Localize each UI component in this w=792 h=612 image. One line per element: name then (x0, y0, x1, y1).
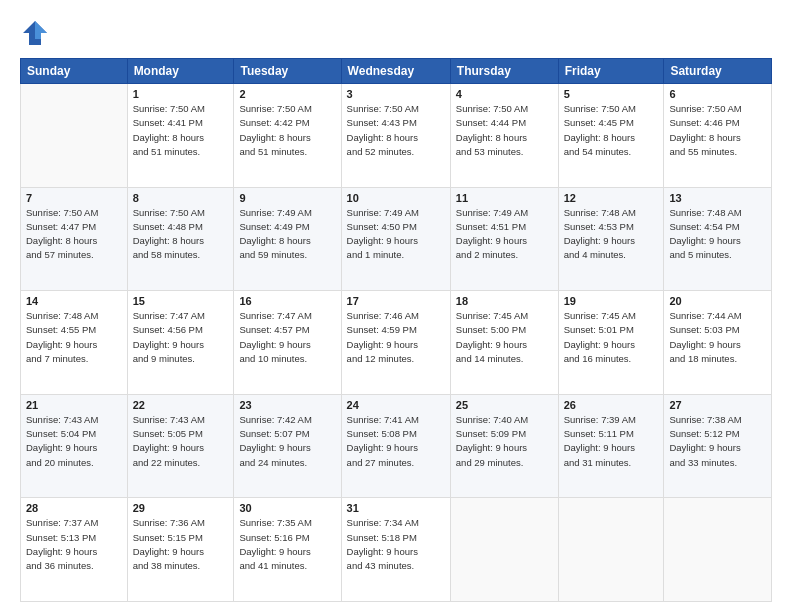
day-number: 28 (26, 502, 122, 514)
cell-2-3: 9Sunrise: 7:49 AMSunset: 4:49 PMDaylight… (234, 187, 341, 291)
day-number: 2 (239, 88, 335, 100)
cell-2-7: 13Sunrise: 7:48 AMSunset: 4:54 PMDayligh… (664, 187, 772, 291)
day-number: 16 (239, 295, 335, 307)
svg-marker-1 (35, 21, 47, 39)
cell-4-4: 24Sunrise: 7:41 AMSunset: 5:08 PMDayligh… (341, 394, 450, 498)
logo (20, 18, 54, 48)
week-row-5: 28Sunrise: 7:37 AMSunset: 5:13 PMDayligh… (21, 498, 772, 602)
day-detail: Sunrise: 7:39 AMSunset: 5:11 PMDaylight:… (564, 413, 659, 470)
logo-icon (20, 18, 50, 48)
col-header-sunday: Sunday (21, 59, 128, 84)
day-detail: Sunrise: 7:47 AMSunset: 4:57 PMDaylight:… (239, 309, 335, 366)
day-number: 10 (347, 192, 445, 204)
week-row-4: 21Sunrise: 7:43 AMSunset: 5:04 PMDayligh… (21, 394, 772, 498)
cell-5-2: 29Sunrise: 7:36 AMSunset: 5:15 PMDayligh… (127, 498, 234, 602)
day-detail: Sunrise: 7:48 AMSunset: 4:55 PMDaylight:… (26, 309, 122, 366)
cell-5-7 (664, 498, 772, 602)
cell-2-4: 10Sunrise: 7:49 AMSunset: 4:50 PMDayligh… (341, 187, 450, 291)
day-detail: Sunrise: 7:50 AMSunset: 4:47 PMDaylight:… (26, 206, 122, 263)
day-number: 15 (133, 295, 229, 307)
day-detail: Sunrise: 7:48 AMSunset: 4:53 PMDaylight:… (564, 206, 659, 263)
cell-3-4: 17Sunrise: 7:46 AMSunset: 4:59 PMDayligh… (341, 291, 450, 395)
cell-3-7: 20Sunrise: 7:44 AMSunset: 5:03 PMDayligh… (664, 291, 772, 395)
cell-1-7: 6Sunrise: 7:50 AMSunset: 4:46 PMDaylight… (664, 84, 772, 188)
day-number: 9 (239, 192, 335, 204)
cell-1-3: 2Sunrise: 7:50 AMSunset: 4:42 PMDaylight… (234, 84, 341, 188)
calendar-table: SundayMondayTuesdayWednesdayThursdayFrid… (20, 58, 772, 602)
col-header-saturday: Saturday (664, 59, 772, 84)
day-number: 8 (133, 192, 229, 204)
cell-1-4: 3Sunrise: 7:50 AMSunset: 4:43 PMDaylight… (341, 84, 450, 188)
cell-2-2: 8Sunrise: 7:50 AMSunset: 4:48 PMDaylight… (127, 187, 234, 291)
cell-4-5: 25Sunrise: 7:40 AMSunset: 5:09 PMDayligh… (450, 394, 558, 498)
day-detail: Sunrise: 7:41 AMSunset: 5:08 PMDaylight:… (347, 413, 445, 470)
col-header-wednesday: Wednesday (341, 59, 450, 84)
cell-3-1: 14Sunrise: 7:48 AMSunset: 4:55 PMDayligh… (21, 291, 128, 395)
day-number: 22 (133, 399, 229, 411)
day-detail: Sunrise: 7:49 AMSunset: 4:49 PMDaylight:… (239, 206, 335, 263)
day-number: 7 (26, 192, 122, 204)
cell-4-6: 26Sunrise: 7:39 AMSunset: 5:11 PMDayligh… (558, 394, 664, 498)
day-detail: Sunrise: 7:43 AMSunset: 5:05 PMDaylight:… (133, 413, 229, 470)
day-detail: Sunrise: 7:35 AMSunset: 5:16 PMDaylight:… (239, 516, 335, 573)
page: SundayMondayTuesdayWednesdayThursdayFrid… (0, 0, 792, 612)
cell-4-1: 21Sunrise: 7:43 AMSunset: 5:04 PMDayligh… (21, 394, 128, 498)
header-row: SundayMondayTuesdayWednesdayThursdayFrid… (21, 59, 772, 84)
day-detail: Sunrise: 7:36 AMSunset: 5:15 PMDaylight:… (133, 516, 229, 573)
day-detail: Sunrise: 7:50 AMSunset: 4:48 PMDaylight:… (133, 206, 229, 263)
cell-3-2: 15Sunrise: 7:47 AMSunset: 4:56 PMDayligh… (127, 291, 234, 395)
day-number: 12 (564, 192, 659, 204)
day-number: 29 (133, 502, 229, 514)
cell-2-5: 11Sunrise: 7:49 AMSunset: 4:51 PMDayligh… (450, 187, 558, 291)
cell-3-5: 18Sunrise: 7:45 AMSunset: 5:00 PMDayligh… (450, 291, 558, 395)
header (20, 18, 772, 48)
day-number: 14 (26, 295, 122, 307)
cell-5-1: 28Sunrise: 7:37 AMSunset: 5:13 PMDayligh… (21, 498, 128, 602)
day-detail: Sunrise: 7:38 AMSunset: 5:12 PMDaylight:… (669, 413, 766, 470)
day-detail: Sunrise: 7:48 AMSunset: 4:54 PMDaylight:… (669, 206, 766, 263)
day-detail: Sunrise: 7:49 AMSunset: 4:51 PMDaylight:… (456, 206, 553, 263)
cell-3-6: 19Sunrise: 7:45 AMSunset: 5:01 PMDayligh… (558, 291, 664, 395)
day-number: 26 (564, 399, 659, 411)
day-number: 11 (456, 192, 553, 204)
day-number: 24 (347, 399, 445, 411)
day-number: 19 (564, 295, 659, 307)
day-detail: Sunrise: 7:46 AMSunset: 4:59 PMDaylight:… (347, 309, 445, 366)
cell-1-5: 4Sunrise: 7:50 AMSunset: 4:44 PMDaylight… (450, 84, 558, 188)
day-detail: Sunrise: 7:43 AMSunset: 5:04 PMDaylight:… (26, 413, 122, 470)
cell-5-3: 30Sunrise: 7:35 AMSunset: 5:16 PMDayligh… (234, 498, 341, 602)
cell-4-2: 22Sunrise: 7:43 AMSunset: 5:05 PMDayligh… (127, 394, 234, 498)
day-detail: Sunrise: 7:50 AMSunset: 4:42 PMDaylight:… (239, 102, 335, 159)
cell-1-2: 1Sunrise: 7:50 AMSunset: 4:41 PMDaylight… (127, 84, 234, 188)
day-detail: Sunrise: 7:37 AMSunset: 5:13 PMDaylight:… (26, 516, 122, 573)
day-number: 18 (456, 295, 553, 307)
day-number: 30 (239, 502, 335, 514)
day-number: 20 (669, 295, 766, 307)
day-detail: Sunrise: 7:45 AMSunset: 5:00 PMDaylight:… (456, 309, 553, 366)
day-detail: Sunrise: 7:34 AMSunset: 5:18 PMDaylight:… (347, 516, 445, 573)
col-header-friday: Friday (558, 59, 664, 84)
cell-5-6 (558, 498, 664, 602)
week-row-2: 7Sunrise: 7:50 AMSunset: 4:47 PMDaylight… (21, 187, 772, 291)
day-detail: Sunrise: 7:42 AMSunset: 5:07 PMDaylight:… (239, 413, 335, 470)
cell-2-6: 12Sunrise: 7:48 AMSunset: 4:53 PMDayligh… (558, 187, 664, 291)
cell-5-5 (450, 498, 558, 602)
day-detail: Sunrise: 7:49 AMSunset: 4:50 PMDaylight:… (347, 206, 445, 263)
day-number: 25 (456, 399, 553, 411)
day-number: 4 (456, 88, 553, 100)
cell-4-7: 27Sunrise: 7:38 AMSunset: 5:12 PMDayligh… (664, 394, 772, 498)
day-number: 31 (347, 502, 445, 514)
week-row-3: 14Sunrise: 7:48 AMSunset: 4:55 PMDayligh… (21, 291, 772, 395)
col-header-thursday: Thursday (450, 59, 558, 84)
day-detail: Sunrise: 7:50 AMSunset: 4:41 PMDaylight:… (133, 102, 229, 159)
day-detail: Sunrise: 7:40 AMSunset: 5:09 PMDaylight:… (456, 413, 553, 470)
day-number: 6 (669, 88, 766, 100)
day-detail: Sunrise: 7:50 AMSunset: 4:43 PMDaylight:… (347, 102, 445, 159)
col-header-tuesday: Tuesday (234, 59, 341, 84)
week-row-1: 1Sunrise: 7:50 AMSunset: 4:41 PMDaylight… (21, 84, 772, 188)
cell-1-1 (21, 84, 128, 188)
day-detail: Sunrise: 7:50 AMSunset: 4:45 PMDaylight:… (564, 102, 659, 159)
cell-3-3: 16Sunrise: 7:47 AMSunset: 4:57 PMDayligh… (234, 291, 341, 395)
day-number: 21 (26, 399, 122, 411)
col-header-monday: Monday (127, 59, 234, 84)
